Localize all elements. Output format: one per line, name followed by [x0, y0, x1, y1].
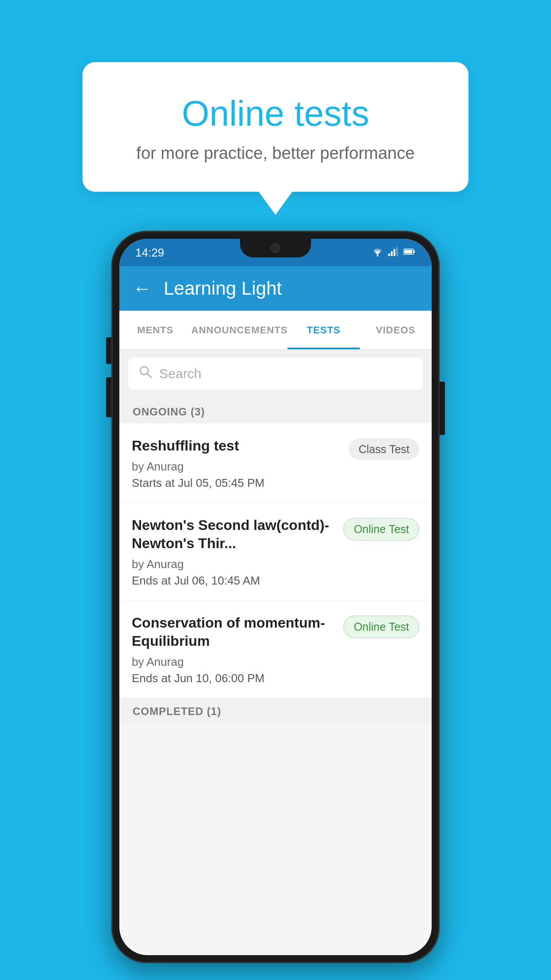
status-time: 14:29	[135, 246, 164, 260]
search-bar[interactable]: Search	[128, 358, 423, 390]
phone-outer: 14:29	[111, 231, 440, 963]
test-time-conservation: Ends at Jun 10, 06:00 PM	[132, 672, 335, 685]
search-placeholder: Search	[159, 366, 201, 381]
tab-bar: MENTS ANNOUNCEMENTS TESTS VIDEOS	[119, 311, 432, 350]
phone-screen: 14:29	[119, 239, 432, 955]
tab-tests[interactable]: TESTS	[287, 311, 359, 349]
bubble-title: Online tests	[109, 93, 442, 134]
speech-bubble-container: Online tests for more practice, better p…	[83, 62, 468, 192]
back-button[interactable]: ←	[133, 278, 151, 299]
svg-rect-2	[391, 251, 393, 256]
svg-rect-3	[394, 249, 395, 256]
test-name-conservation: Conservation of momentum-Equilibrium	[132, 614, 335, 651]
status-icons	[371, 247, 416, 258]
test-name-newtons: Newton's Second law(contd)-Newton's Thir…	[132, 516, 335, 553]
signal-icon	[388, 247, 399, 258]
power-button	[440, 382, 445, 435]
test-author-reshuffling: by Anurag	[132, 460, 340, 474]
speech-bubble: Online tests for more practice, better p…	[83, 62, 468, 192]
battery-icon	[403, 248, 416, 257]
svg-point-0	[377, 255, 378, 257]
test-time-newtons: Ends at Jul 06, 10:45 AM	[132, 574, 335, 588]
completed-label: COMPLETED (1)	[133, 705, 221, 717]
phone-notch	[240, 239, 311, 257]
tab-announcements[interactable]: ANNOUNCEMENTS	[191, 311, 287, 349]
svg-rect-7	[404, 250, 412, 253]
volume-down-button	[106, 377, 111, 417]
tab-videos[interactable]: VIDEOS	[360, 311, 432, 349]
test-badge-newtons: Online Test	[343, 518, 419, 541]
test-item-conservation[interactable]: Conservation of momentum-Equilibrium by …	[119, 601, 432, 698]
app-bar: ← Learning Light	[119, 266, 432, 311]
search-icon	[139, 365, 152, 382]
svg-rect-1	[388, 253, 390, 256]
svg-rect-6	[413, 250, 415, 253]
test-info-newtons: Newton's Second law(contd)-Newton's Thir…	[132, 516, 343, 588]
test-item-newtons[interactable]: Newton's Second law(contd)-Newton's Thir…	[119, 503, 432, 601]
svg-line-9	[147, 374, 151, 378]
svg-rect-4	[396, 247, 398, 256]
volume-up-button	[106, 337, 111, 364]
test-badge-conservation: Online Test	[343, 616, 419, 638]
phone-mockup: 14:29	[111, 231, 440, 963]
wifi-icon	[371, 247, 384, 258]
search-container: Search	[119, 350, 432, 398]
test-time-reshuffling: Starts at Jul 05, 05:45 PM	[132, 476, 340, 490]
test-list: Reshuffling test by Anurag Starts at Jul…	[119, 423, 432, 698]
bubble-subtitle: for more practice, better performance	[109, 144, 442, 163]
tab-ments[interactable]: MENTS	[119, 311, 191, 349]
ongoing-label: ONGOING (3)	[133, 406, 205, 418]
test-item-reshuffling[interactable]: Reshuffling test by Anurag Starts at Jul…	[119, 423, 432, 503]
completed-section-header: COMPLETED (1)	[119, 698, 432, 723]
app-title: Learning Light	[164, 278, 282, 299]
test-info-conservation: Conservation of momentum-Equilibrium by …	[132, 614, 343, 685]
test-name-reshuffling: Reshuffling test	[132, 437, 340, 455]
ongoing-section-header: ONGOING (3)	[119, 398, 432, 423]
camera	[271, 243, 280, 253]
test-author-conservation: by Anurag	[132, 655, 335, 669]
test-author-newtons: by Anurag	[132, 557, 335, 571]
test-info-reshuffling: Reshuffling test by Anurag Starts at Jul…	[132, 437, 349, 490]
test-badge-reshuffling: Class Test	[349, 439, 419, 460]
